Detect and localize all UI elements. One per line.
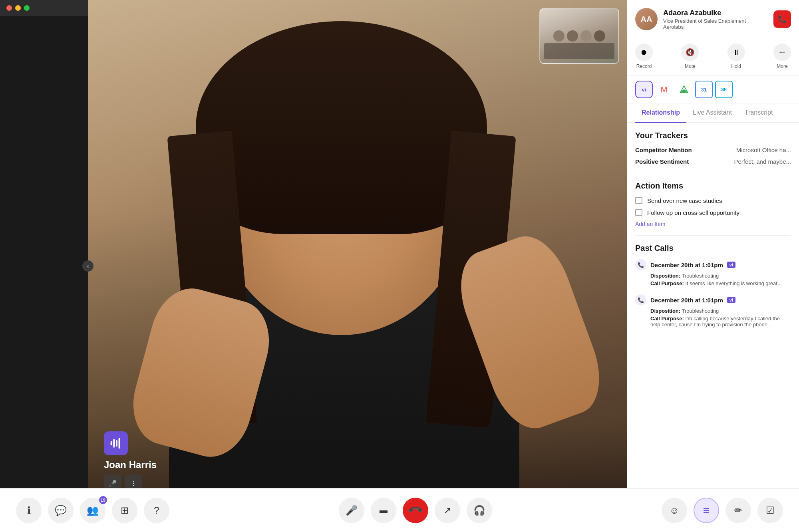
record-icon: ⏺ (635, 44, 653, 61)
screenshare-button[interactable]: ↗ (435, 498, 460, 523)
chat-button[interactable]: 💬 (48, 498, 74, 523)
participant-overlay: Joan Harris 🎤 ⋮ (104, 431, 157, 492)
past-call-1: 📞 December 20th at 1:01pm vi Disposition… (635, 259, 791, 286)
salesforce-integration-button[interactable]: SF (715, 81, 733, 98)
contact-title: Vice President of Sales Enablement (663, 18, 768, 24)
right-panel: AA Adaora Azabuike Vice President of Sal… (627, 0, 799, 488)
contact-name: Adaora Azabuike (663, 9, 768, 17)
more-icon: ··· (773, 44, 791, 61)
camera-button[interactable]: ▬ (371, 498, 396, 523)
group-scene (540, 9, 618, 63)
tasks-icon: ☑ (766, 505, 775, 516)
tab-relationship[interactable]: Relationship (635, 103, 686, 123)
past-call-1-purpose: Call Purpose: It seems like everything i… (635, 280, 791, 286)
record-control[interactable]: ⏺ Record (635, 44, 653, 69)
toolbar-center-group: 🎤 ▬ 📞 ↗ 🎧 (339, 498, 492, 523)
svg-rect-1 (113, 439, 115, 447)
tasks-button[interactable]: ☑ (757, 498, 783, 523)
layout-icon: ≡ (703, 504, 710, 517)
tracker-competitor-label: Competitor Mention (635, 147, 692, 153)
vi-integration-button[interactable]: vi (635, 81, 653, 98)
drive-icon (680, 85, 688, 94)
tracker-sentiment-row: Positive Sentiment Perfect, and maybe... (635, 158, 791, 165)
more-control[interactable]: ··· More (773, 44, 791, 69)
contact-company: Aerolabs (663, 24, 768, 30)
hold-icon: ⏸ (727, 44, 745, 61)
emoji-icon: ☺ (670, 505, 680, 516)
tabs-row: Relationship Live Assistant Transcript (627, 103, 799, 123)
microphone-button[interactable]: 🎤 (339, 498, 364, 523)
past-call-2-phone-icon: 📞 (635, 294, 646, 306)
close-button[interactable] (6, 5, 12, 11)
info-icon: ℹ (27, 505, 31, 516)
contact-header: AA Adaora Azabuike Vice President of Sal… (627, 0, 799, 37)
divider-1 (635, 173, 791, 173)
past-calls-title: Past Calls (635, 244, 791, 253)
main-container: ‹ (0, 0, 799, 532)
svg-rect-2 (116, 440, 117, 447)
drive-integration-button[interactable] (675, 81, 693, 98)
headset-icon: 🎧 (473, 505, 485, 516)
headset-button[interactable]: 🎧 (467, 498, 492, 523)
tab-live-assistant[interactable]: Live Assistant (686, 103, 738, 123)
tab-transcript[interactable]: Transcript (738, 103, 779, 123)
annotate-button[interactable]: ✏ (725, 498, 751, 523)
maximize-button[interactable] (24, 5, 30, 11)
past-call-1-phone-icon: 📞 (635, 259, 646, 270)
contact-avatar: AA (635, 8, 658, 30)
microphone-icon: 🎤 (346, 505, 358, 516)
info-button[interactable]: ℹ (16, 498, 42, 523)
past-call-2-date: December 20th at 1:01pm (650, 297, 723, 304)
call-controls-row: ⏺ Record 🔇 Mute ⏸ Hold ··· More (627, 37, 799, 76)
apps-icon: ⊞ (121, 505, 129, 516)
collapse-sidebar-button[interactable]: ‹ (82, 260, 93, 272)
integrations-row: vi M 31 SF (627, 76, 799, 103)
apps-button[interactable]: ⊞ (112, 498, 137, 523)
past-call-1-disposition: Disposition: Troubleshooting (635, 273, 791, 279)
action-item-1-checkbox[interactable] (635, 197, 642, 204)
participants-badge: 19 (99, 496, 107, 504)
action-item-2: Follow up on cross-sell opportunity (635, 209, 791, 216)
minimize-button[interactable] (15, 5, 21, 11)
past-call-2-header: 📞 December 20th at 1:01pm vi (635, 294, 791, 306)
toolbar-left-group: ℹ 💬 👥 19 ⊞ ? (16, 498, 169, 523)
past-call-2-disposition: Disposition: Troubleshooting (635, 308, 791, 314)
pip-thumbnail (539, 8, 619, 64)
end-call-icon: 📞 (407, 502, 423, 518)
svg-rect-3 (119, 438, 120, 449)
left-sidebar: ‹ (0, 0, 88, 532)
emoji-button[interactable]: ☺ (662, 498, 687, 523)
toolbar-right-group: ☺ ≡ ✏ ☑ (662, 498, 783, 523)
mute-control[interactable]: 🔇 Mute (681, 44, 699, 69)
participant-name: Joan Harris (104, 459, 157, 470)
annotate-icon: ✏ (734, 505, 742, 516)
past-call-2-purpose: Call Purpose: I'm calling because yester… (635, 316, 791, 328)
screenshare-icon: ↗ (443, 505, 451, 516)
add-item-link[interactable]: Add an Item (635, 221, 791, 227)
past-call-1-header: 📞 December 20th at 1:01pm vi (635, 259, 791, 270)
contact-info: Adaora Azabuike Vice President of Sales … (663, 9, 768, 30)
panel-content: Your Trackers Competitor Mention Microso… (627, 123, 799, 488)
bottom-toolbar: ℹ 💬 👥 19 ⊞ ? 🎤 ▬ 📞 ↗ 🎧 (0, 488, 799, 532)
action-item-1: Send over new case studies (635, 197, 791, 204)
chat-icon: 💬 (55, 505, 67, 516)
mute-icon: 🔇 (681, 44, 699, 61)
help-button[interactable]: ? (144, 498, 169, 523)
end-call-button[interactable]: 📞 (403, 498, 428, 523)
camera-icon: ▬ (380, 506, 388, 515)
hold-label: Hold (731, 64, 741, 69)
participants-button[interactable]: 👥 19 (80, 498, 105, 523)
layout-button[interactable]: ≡ (694, 498, 719, 523)
past-call-1-vi-badge: vi (727, 262, 735, 268)
tracker-sentiment-value: Perfect, and maybe... (734, 158, 791, 165)
gmail-integration-button[interactable]: M (655, 81, 673, 98)
hold-control[interactable]: ⏸ Hold (727, 44, 745, 69)
action-item-2-text: Follow up on cross-sell opportunity (647, 209, 739, 216)
more-label: More (777, 64, 787, 69)
action-items-title: Action Items (635, 181, 791, 191)
action-item-2-checkbox[interactable] (635, 209, 642, 216)
video-area: Joan Harris 🎤 ⋮ Recording 🔒 Call locked … (88, 0, 627, 532)
calendar-integration-button[interactable]: 31 (695, 81, 713, 98)
past-call-1-date: December 20th at 1:01pm (650, 262, 723, 268)
end-call-right-button[interactable]: 📞 (773, 10, 791, 28)
